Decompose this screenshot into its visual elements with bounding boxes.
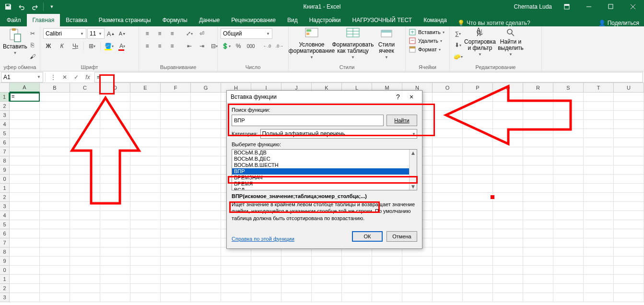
cell[interactable] bbox=[402, 266, 433, 275]
accounting-format-icon[interactable]: 💲▾ bbox=[221, 41, 231, 51]
font-size-combo[interactable]: 11▼ bbox=[87, 28, 105, 39]
cell[interactable] bbox=[614, 284, 644, 293]
cell[interactable] bbox=[40, 284, 70, 293]
cell[interactable] bbox=[553, 102, 584, 111]
cell[interactable] bbox=[553, 220, 584, 229]
cell[interactable] bbox=[161, 165, 191, 175]
cell[interactable] bbox=[70, 238, 100, 247]
cell[interactable] bbox=[191, 247, 221, 257]
cell[interactable] bbox=[161, 120, 191, 129]
tab-file[interactable]: Файл bbox=[1, 14, 27, 26]
cell[interactable] bbox=[493, 147, 523, 156]
cell[interactable] bbox=[191, 120, 221, 129]
cell[interactable] bbox=[70, 247, 100, 257]
borders-icon[interactable]: ⊞▾ bbox=[87, 41, 97, 51]
row-header[interactable]: 9 bbox=[0, 165, 10, 175]
cell[interactable] bbox=[40, 175, 70, 184]
conditional-formatting-button[interactable]: Условное форматирование▼ bbox=[292, 27, 332, 59]
cell[interactable] bbox=[433, 275, 463, 284]
tab-review[interactable]: Рецензирование bbox=[225, 14, 281, 26]
cell[interactable] bbox=[614, 111, 644, 120]
cell[interactable] bbox=[251, 275, 281, 284]
cell[interactable] bbox=[433, 193, 463, 202]
undo-icon[interactable] bbox=[15, 1, 28, 12]
cell[interactable] bbox=[584, 165, 614, 175]
cell[interactable] bbox=[433, 102, 463, 111]
cell[interactable] bbox=[161, 247, 191, 257]
cell[interactable] bbox=[523, 266, 553, 275]
cell[interactable] bbox=[584, 220, 614, 229]
cell[interactable] bbox=[463, 229, 493, 238]
tab-load-test[interactable]: НАГРУЗОЧНЫЙ ТЕСТ bbox=[347, 14, 418, 26]
cell[interactable] bbox=[402, 284, 433, 293]
cell[interactable] bbox=[523, 238, 553, 247]
vdots-icon[interactable]: ⋮ bbox=[47, 72, 59, 82]
row-header[interactable]: 7 bbox=[0, 147, 10, 156]
cell[interactable] bbox=[614, 211, 644, 220]
row-header[interactable]: 4 bbox=[0, 211, 10, 220]
dialog-help-icon[interactable]: ? bbox=[391, 93, 405, 101]
cell[interactable] bbox=[100, 257, 130, 266]
ok-button[interactable]: ОК bbox=[352, 231, 383, 242]
cell[interactable] bbox=[342, 284, 372, 293]
format-painter-icon[interactable]: 🖌 bbox=[27, 51, 38, 62]
cell[interactable] bbox=[10, 175, 40, 184]
cell[interactable] bbox=[433, 238, 463, 247]
cell[interactable] bbox=[493, 293, 523, 302]
cell[interactable] bbox=[70, 257, 100, 266]
cell[interactable] bbox=[614, 193, 644, 202]
cell[interactable] bbox=[70, 93, 100, 102]
cell[interactable] bbox=[553, 184, 584, 193]
cell[interactable] bbox=[584, 111, 614, 120]
cell[interactable] bbox=[70, 266, 100, 275]
cell[interactable] bbox=[584, 138, 614, 147]
cell[interactable] bbox=[584, 184, 614, 193]
row-header[interactable]: 6 bbox=[0, 229, 10, 238]
cell[interactable] bbox=[523, 111, 553, 120]
formula-bar[interactable]: = bbox=[94, 72, 643, 82]
cell[interactable] bbox=[70, 129, 100, 138]
close-icon[interactable] bbox=[622, 0, 644, 13]
dialog-close-icon[interactable]: × bbox=[405, 93, 418, 101]
cell[interactable] bbox=[281, 275, 312, 284]
cell[interactable] bbox=[463, 93, 493, 102]
cell[interactable] bbox=[523, 284, 553, 293]
cell[interactable] bbox=[130, 257, 161, 266]
cell[interactable] bbox=[523, 147, 553, 156]
cell[interactable] bbox=[312, 266, 342, 275]
cell[interactable] bbox=[161, 211, 191, 220]
cell[interactable] bbox=[584, 247, 614, 257]
cell[interactable] bbox=[70, 284, 100, 293]
cell[interactable] bbox=[221, 257, 251, 266]
cell[interactable] bbox=[100, 266, 130, 275]
cell[interactable] bbox=[70, 202, 100, 211]
cell[interactable] bbox=[161, 293, 191, 302]
cell[interactable] bbox=[191, 202, 221, 211]
cell[interactable] bbox=[40, 129, 70, 138]
cell[interactable] bbox=[523, 247, 553, 257]
cell[interactable] bbox=[40, 184, 70, 193]
delete-cells-button[interactable]: −Удалить▾ bbox=[409, 37, 442, 45]
cell[interactable] bbox=[584, 229, 614, 238]
cell[interactable] bbox=[40, 165, 70, 175]
cell[interactable] bbox=[10, 275, 40, 284]
column-header[interactable]: S bbox=[553, 83, 584, 93]
cell[interactable] bbox=[100, 129, 130, 138]
cell[interactable] bbox=[402, 293, 433, 302]
cell[interactable] bbox=[463, 120, 493, 129]
cell[interactable] bbox=[10, 120, 40, 129]
cell[interactable] bbox=[10, 138, 40, 147]
decrease-indent-icon[interactable]: ⇤ bbox=[184, 41, 195, 51]
cell[interactable] bbox=[523, 257, 553, 266]
cell[interactable] bbox=[614, 147, 644, 156]
cell[interactable] bbox=[584, 120, 614, 129]
cell[interactable] bbox=[493, 202, 523, 211]
cell[interactable] bbox=[130, 156, 161, 165]
cell[interactable] bbox=[161, 229, 191, 238]
cell[interactable] bbox=[10, 238, 40, 247]
cell[interactable] bbox=[463, 275, 493, 284]
cell[interactable] bbox=[251, 266, 281, 275]
cell[interactable] bbox=[10, 111, 40, 120]
cell[interactable] bbox=[463, 257, 493, 266]
cell[interactable] bbox=[10, 193, 40, 202]
